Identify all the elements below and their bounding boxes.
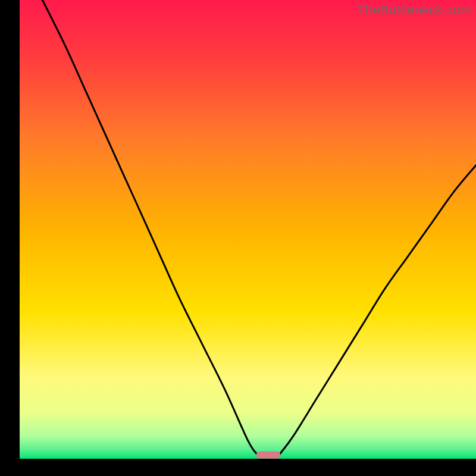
chart-plot-area bbox=[0, 0, 476, 476]
chart-minimum-marker bbox=[256, 452, 280, 459]
watermark-text: TheBottleneck.com bbox=[357, 2, 471, 18]
chart-gradient-background bbox=[20, 0, 476, 459]
chart-svg bbox=[0, 0, 476, 476]
chart-container: TheBottleneck.com bbox=[0, 0, 476, 476]
